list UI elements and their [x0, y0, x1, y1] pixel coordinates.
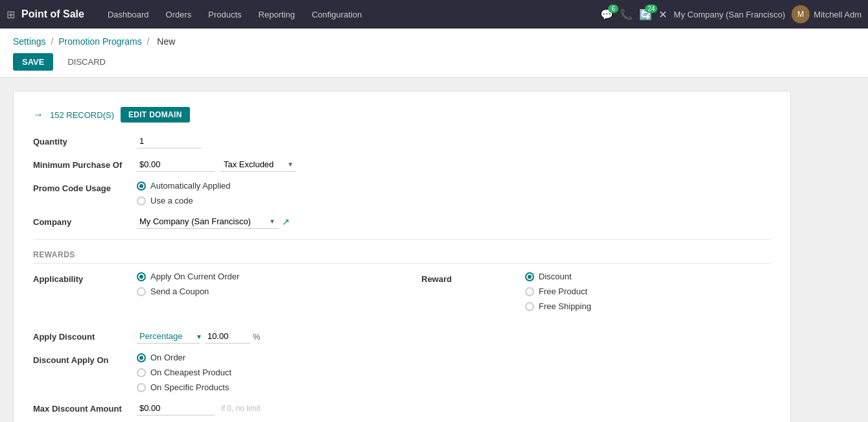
company-row: Company My Company (San Francisco) ▼ ↗	[33, 215, 771, 229]
on-cheapest-label: On Cheapest Product	[150, 368, 231, 377]
breadcrumb-promotion-programs[interactable]: Promotion Programs	[58, 36, 141, 47]
company-field-wrap: My Company (San Francisco) ▼ ↗	[137, 215, 771, 229]
max-discount-wrap: if 0, no limit	[137, 401, 771, 416]
promo-auto-option[interactable]: Automatically Applied	[137, 181, 771, 191]
apply-current-radio[interactable]	[137, 272, 146, 281]
breadcrumb-sep1: /	[51, 36, 56, 47]
breadcrumb-new: New	[157, 36, 175, 47]
quantity-field	[137, 134, 771, 148]
form-card: → 152 RECORD(S) EDIT DOMAIN Quantity Min…	[13, 91, 791, 422]
phone-icon-btn[interactable]: 📞	[620, 8, 633, 21]
apply-discount-row: Apply Discount Percentage Fixed Amount ▼…	[33, 329, 771, 344]
applicability-row: Applicability Apply On Current Order Sen…	[33, 272, 382, 296]
send-coupon-radio[interactable]	[137, 287, 146, 296]
discount-apply-on-radio-group: On Order On Cheapest Product On Specific…	[137, 353, 771, 392]
reward-free-product-option[interactable]: Free Product	[525, 287, 771, 296]
records-bar: → 152 RECORD(S) EDIT DOMAIN	[33, 107, 771, 123]
promo-code-field: Automatically Applied Use a code	[137, 181, 771, 205]
reward-discount-radio[interactable]	[525, 272, 534, 281]
on-specific-label: On Specific Products	[150, 382, 229, 392]
arrow-icon: →	[33, 109, 43, 121]
company-dropdown-arrow: ▼	[269, 218, 276, 225]
company-select-wrap: My Company (San Francisco) ▼	[137, 215, 278, 229]
chat-badge: 6	[608, 5, 618, 13]
on-order-option[interactable]: On Order	[137, 353, 771, 362]
on-specific-radio[interactable]	[137, 383, 146, 392]
reward-free-product-label: Free Product	[539, 287, 587, 296]
nav-reporting[interactable]: Reporting	[251, 0, 303, 29]
reward-discount-option[interactable]: Discount	[525, 272, 771, 281]
grid-icon[interactable]: ⊞	[6, 8, 15, 21]
nav-products[interactable]: Products	[200, 0, 249, 29]
user-menu[interactable]: M Mitchell Adm	[792, 5, 862, 23]
tax-select-wrapper: Tax Excluded Tax Included ▼	[221, 158, 296, 172]
discount-type-select[interactable]: Percentage Fixed Amount	[137, 329, 200, 344]
app-name[interactable]: Point of Sale	[21, 8, 84, 20]
max-discount-input[interactable]	[137, 401, 215, 416]
reward-free-shipping-label: Free Shipping	[539, 301, 591, 311]
min-purchase-input[interactable]	[137, 158, 215, 172]
min-purchase-label: Minimum Purchase Of	[33, 158, 137, 170]
applicability-col: Applicability Apply On Current Order Sen…	[33, 272, 382, 320]
on-specific-option[interactable]: On Specific Products	[137, 382, 771, 392]
reward-free-product-radio[interactable]	[525, 287, 534, 296]
action-bar: SAVE DISCARD	[13, 53, 855, 77]
discount-value-input[interactable]	[205, 329, 250, 344]
close-icon-btn[interactable]: ✕	[659, 8, 667, 21]
reward-free-shipping-option[interactable]: Free Shipping	[525, 301, 771, 311]
max-discount-field: if 0, no limit	[137, 401, 771, 416]
reward-row: Reward Discount Free Product	[421, 272, 771, 311]
records-count: 152 RECORD(S)	[50, 110, 114, 120]
percent-sign: %	[253, 332, 261, 342]
nav-orders[interactable]: Orders	[158, 0, 200, 29]
chat-icon-btn[interactable]: 💬 6	[600, 8, 613, 21]
discard-button[interactable]: DISCARD	[58, 53, 115, 71]
company-select[interactable]: My Company (San Francisco)	[139, 217, 269, 226]
promo-code-option-label: Use a code	[150, 196, 193, 205]
rewards-section-header: Rewards	[33, 250, 771, 264]
apply-discount-wrap: Percentage Fixed Amount ▼ %	[137, 329, 771, 344]
quantity-row: Quantity	[33, 134, 771, 148]
tax-dropdown-arrow: ▼	[287, 161, 294, 168]
breadcrumb: Settings / Promotion Programs / New	[13, 36, 855, 47]
apply-discount-label: Apply Discount	[33, 329, 137, 342]
discount-apply-on-field: On Order On Cheapest Product On Specific…	[137, 353, 771, 392]
on-cheapest-option[interactable]: On Cheapest Product	[137, 368, 771, 377]
topnav: ⊞ Point of Sale Dashboard Orders Product…	[0, 0, 868, 29]
clock-badge: 24	[645, 5, 657, 13]
breadcrumb-settings[interactable]: Settings	[13, 36, 46, 47]
apply-current-label: Apply On Current Order	[150, 272, 239, 281]
save-button[interactable]: SAVE	[13, 53, 53, 71]
min-purchase-row: Minimum Purchase Of Tax Excluded Tax Inc…	[33, 158, 771, 172]
apply-current-option[interactable]: Apply On Current Order	[137, 272, 382, 281]
send-coupon-option[interactable]: Send a Coupon	[137, 287, 382, 296]
promo-code-option[interactable]: Use a code	[137, 196, 771, 205]
promo-auto-radio[interactable]	[137, 182, 146, 191]
send-coupon-label: Send a Coupon	[150, 287, 209, 296]
nav-dashboard[interactable]: Dashboard	[100, 0, 157, 29]
user-label: Mitchell Adm	[814, 10, 862, 19]
quantity-input[interactable]	[137, 134, 202, 148]
reward-label: Reward	[421, 272, 525, 284]
applicability-label: Applicability	[33, 272, 137, 284]
edit-domain-button[interactable]: EDIT DOMAIN	[121, 107, 190, 123]
on-cheapest-radio[interactable]	[137, 368, 146, 377]
company-field: My Company (San Francisco) ▼ ↗	[137, 215, 771, 229]
promo-auto-label: Automatically Applied	[150, 181, 231, 191]
discount-apply-on-row: Discount Apply On On Order On Cheapest P…	[33, 353, 771, 392]
promo-code-radio[interactable]	[137, 196, 146, 205]
nav-menu: Dashboard Orders Products Reporting Conf…	[100, 0, 596, 29]
reward-free-shipping-radio[interactable]	[525, 302, 534, 311]
company-external-link-icon[interactable]: ↗	[282, 217, 290, 227]
nav-configuration[interactable]: Configuration	[304, 0, 369, 29]
tax-select[interactable]: Tax Excluded Tax Included	[224, 159, 285, 169]
user-avatar: M	[792, 5, 810, 23]
max-discount-row: Max Discount Amount if 0, no limit	[33, 401, 771, 416]
clock-icon-btn[interactable]: 🔄 24	[639, 8, 652, 21]
reward-discount-label: Discount	[539, 272, 572, 281]
apply-discount-field: Percentage Fixed Amount ▼ %	[137, 329, 771, 344]
breadcrumb-sep2: /	[147, 36, 152, 47]
promo-code-label: Promo Code Usage	[33, 181, 137, 193]
on-order-radio[interactable]	[137, 353, 146, 362]
discount-type-arrow: ▼	[196, 333, 202, 340]
